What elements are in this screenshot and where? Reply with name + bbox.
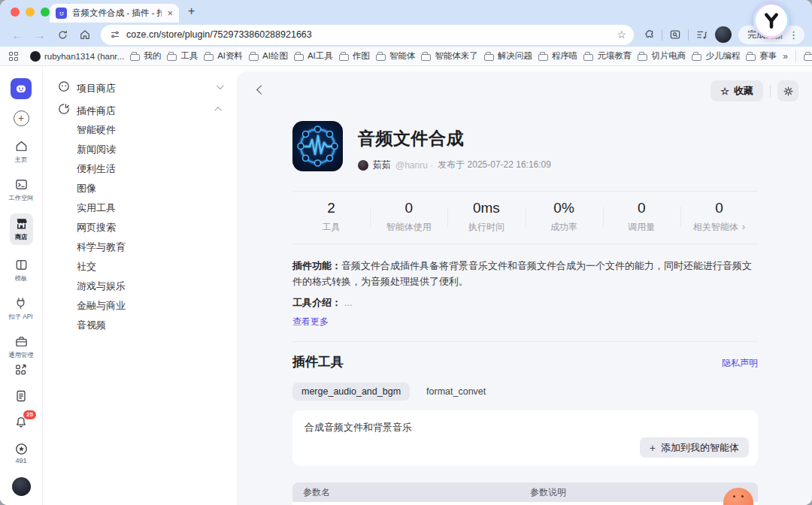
tool-tabs: merge_audio_and_bgm format_convet [292, 383, 758, 401]
docs-icon[interactable] [14, 389, 28, 403]
folder-icon [376, 54, 386, 61]
url-text[interactable]: coze.cn/store/plugin/7529733860288921663 [126, 29, 611, 40]
folder-icon [339, 54, 349, 61]
rail-bottom-cluster: 25 491 [12, 363, 31, 496]
bookmark-folder[interactable]: 切片电商 [638, 50, 686, 62]
nav-category[interactable]: 智能硬件 [53, 120, 226, 140]
assistant-logo [756, 5, 787, 36]
rail-item-workspace[interactable]: 工作空间 [8, 177, 35, 203]
plugin-description: 插件功能：音频文件合成插件具备将背景音乐文件和音频文件合成为一个文件的能力，同时… [292, 258, 758, 289]
rail-item-templates[interactable]: 模板 [14, 258, 29, 283]
nav-category[interactable]: 新闻阅读 [53, 140, 226, 159]
profile-avatar[interactable] [715, 26, 732, 43]
bookmark-folder[interactable]: 智能体来了 [421, 50, 478, 62]
bookmark-folder[interactable]: 作图 [339, 50, 370, 62]
extensions-puzzle-icon[interactable] [643, 29, 655, 41]
author-name[interactable]: 茹茹 [373, 159, 391, 171]
bookmark-github[interactable]: rubyhan1314 (hanr... [30, 51, 124, 62]
home-icon[interactable] [75, 25, 95, 44]
nav-category[interactable]: 便利生活 [53, 159, 226, 179]
tool-card: 合成音频文件和背景音乐 + 添加到我的智能体 [292, 410, 758, 466]
all-bookmarks-button[interactable]: 所有书签 [804, 50, 812, 62]
nav-category[interactable]: 游戏与娱乐 [53, 277, 226, 296]
menu-kebab-icon[interactable]: ⋮ [789, 30, 798, 40]
toolbar-divider [662, 29, 662, 41]
bookmark-folder[interactable]: 解决问题 [484, 50, 532, 62]
close-window-button[interactable] [11, 8, 20, 17]
bookmark-folder[interactable]: 程序喵 [538, 50, 578, 62]
stat-tools: 2 工具 [292, 200, 370, 234]
nav-plugin-store[interactable]: 插件商店 [53, 98, 226, 120]
published-date: 发布于 2025-07-22 16:16:09 [438, 159, 551, 171]
browser-toolbar: ← → coze.cn/store/plugin/752973386028892… [0, 23, 812, 47]
bookmark-folder[interactable]: 智能体 [376, 50, 416, 62]
bookmark-folder[interactable]: 工具 [167, 50, 198, 62]
folder-icon [167, 54, 177, 61]
bookmark-folder[interactable]: 赛事 [746, 50, 777, 62]
bookmarks-overflow-chevron[interactable]: » [783, 51, 788, 62]
add-to-agent-button[interactable]: + 添加到我的智能体 [640, 437, 749, 458]
nav-category[interactable]: 图像 [53, 179, 226, 198]
site-settings-icon[interactable] [110, 29, 120, 40]
favorite-button[interactable]: ☆ 收藏 [710, 80, 763, 101]
assistant-float-button[interactable] [753, 2, 789, 38]
params-table-header: 参数名 参数说明 [292, 482, 758, 502]
nav-category[interactable]: 社交 [53, 257, 226, 277]
author-avatar[interactable] [358, 160, 368, 171]
header-actions: ☆ 收藏 [710, 80, 798, 101]
nav-category[interactable]: 实用工具 [53, 198, 226, 218]
param-row: audio* String · 音频文件链接，仅wav格式，例: [292, 502, 758, 505]
bookmark-star-icon[interactable]: ☆ [617, 29, 626, 41]
nav-project-store[interactable]: 项目商店 [53, 75, 226, 98]
folder-icon [294, 54, 304, 61]
bookmark-folder[interactable]: 少儿编程 [692, 50, 740, 62]
forward-icon[interactable]: → [30, 25, 50, 44]
stat-exec-time: 0ms 执行时间 [447, 200, 525, 234]
nav-category[interactable]: 音视频 [53, 316, 226, 335]
screenshot-search-icon[interactable] [669, 29, 681, 41]
create-button[interactable]: + [14, 110, 29, 126]
tab-merge-audio[interactable]: merge_audio_and_bgm [292, 383, 410, 401]
rail-item-store[interactable]: 商店 [10, 213, 33, 245]
folder-icon [249, 54, 259, 61]
nav-category[interactable]: 金融与商业 [53, 296, 226, 316]
tab-close-icon[interactable]: × [167, 8, 173, 18]
open-apps-icon[interactable] [14, 363, 28, 376]
rail-item-admin[interactable]: 通用管理 [8, 334, 35, 360]
rail-item-api[interactable]: 扣子 API [8, 296, 34, 322]
points-widget[interactable]: 491 [14, 442, 29, 464]
tool-intro: 工具介绍： ... [292, 296, 758, 310]
minimize-window-button[interactable] [26, 8, 35, 17]
coze-logo[interactable] [11, 78, 32, 99]
bookmarks-bar: rubyhan1314 (hanr... 我的 工具 AI资料 AI绘图 AI工… [0, 47, 812, 66]
bookmark-folder[interactable]: AI工具 [294, 50, 333, 62]
browser-tab[interactable]: 音频文件合成 - 插件 - 扣子 × [50, 4, 179, 23]
new-tab-button[interactable]: + [188, 5, 195, 18]
bookmark-folder[interactable]: 元壤教育 [583, 50, 632, 62]
address-bar[interactable]: coze.cn/store/plugin/7529733860288921663… [101, 25, 634, 45]
user-avatar[interactable] [12, 477, 31, 496]
folder-icon [638, 54, 647, 61]
bookmark-folder[interactable]: AI绘图 [249, 50, 288, 62]
back-chevron-icon[interactable] [256, 85, 266, 95]
stat-related-agents[interactable]: 0 相关智能体 › [680, 200, 758, 234]
media-controls-icon[interactable] [695, 29, 708, 41]
see-more-link[interactable]: 查看更多 [292, 316, 758, 328]
browser-window: 音频文件合成 - 插件 - 扣子 × + ← → coze.cn/store/p… [0, 0, 812, 505]
settings-gear-icon[interactable] [777, 80, 798, 101]
privacy-statement-link[interactable]: 隐私声明 [722, 357, 758, 370]
plugin-icon [292, 121, 343, 171]
apps-grid-icon[interactable] [9, 52, 18, 61]
nav-category[interactable]: 网页搜索 [53, 218, 226, 237]
bookmark-folder[interactable]: AI资料 [204, 50, 243, 62]
bookmark-folder[interactable]: 我的 [130, 50, 161, 62]
zoom-window-button[interactable] [41, 8, 50, 17]
back-icon[interactable]: ← [8, 25, 27, 44]
folder-icon [804, 54, 812, 61]
author-handle: @hanru · [395, 160, 433, 171]
notifications-bell-icon[interactable]: 25 [14, 416, 28, 429]
nav-category[interactable]: 科学与教育 [53, 237, 226, 257]
reload-icon[interactable] [53, 25, 72, 44]
rail-item-home[interactable]: 主页 [14, 139, 29, 165]
tab-format-convert[interactable]: format_convet [426, 386, 486, 397]
